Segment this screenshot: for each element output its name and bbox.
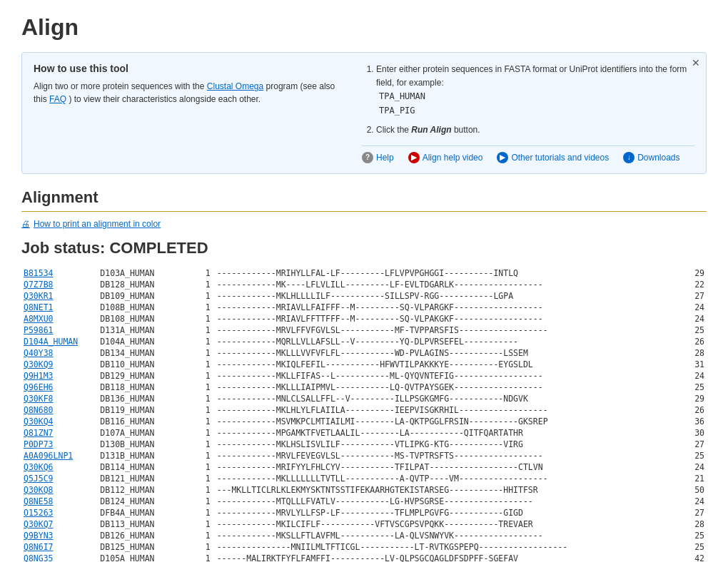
row-end-num: 30 (679, 427, 707, 439)
row-end-num: 24 (679, 496, 707, 507)
table-row: O15263DFB4A_HUMAN1------------MRVLYLLFSP… (21, 507, 707, 518)
row-sequence: ------------MKILCIFLF-----------VFTVSCGP… (215, 518, 679, 530)
row-sequence: ------------MK----LFLVLILL---------LF-EV… (215, 279, 679, 290)
page-title: Align (21, 14, 707, 41)
help-description: Align two or more protein sequences with… (34, 80, 340, 106)
row-sequence: ---------------MNIILMLTFTICGL-----------… (215, 541, 679, 553)
video-icon: ▶ (408, 152, 420, 163)
row-sequence: ------------MKLLFIFAS--L-----------ML-QY… (215, 370, 679, 382)
row-name: DB134_HUMAN (98, 347, 191, 359)
table-row: Q30KQ4DB116_HUMAN1------------MSVMKPCLMT… (21, 416, 707, 427)
row-end-num: 25 (679, 382, 707, 393)
row-id[interactable]: Q8NET1 (21, 302, 98, 313)
row-id[interactable]: Q30KQ6 (21, 461, 98, 473)
help-text-1: Align two or more protein sequences with… (34, 81, 204, 91)
row-name: DB114_HUMAN (98, 461, 191, 473)
row-id[interactable]: A8MXU0 (21, 313, 98, 325)
row-id[interactable]: Q81ZN7 (21, 427, 98, 439)
row-end-num: 42 (679, 553, 707, 562)
row-name: DB112_HUMAN (98, 484, 191, 496)
close-help-button[interactable]: ✕ (692, 57, 700, 68)
row-id[interactable]: Q96EH6 (21, 382, 98, 393)
row-end-num: 28 (679, 347, 707, 359)
row-start-num: 1 (191, 325, 215, 336)
row-end-num: 28 (679, 518, 707, 530)
row-end-num: 25 (679, 541, 707, 553)
row-id[interactable]: Q30KQ8 (21, 484, 98, 496)
row-start-num: 1 (191, 290, 215, 302)
row-start-num: 1 (191, 313, 215, 325)
row-sequence: ------------MKLLLIAIPMVL-----------LQ-QV… (215, 382, 679, 393)
table-row: B81534D103A_HUMAN1------------MRIHYLLFAL… (21, 267, 707, 279)
row-sequence: ------------MKLLLVVFVFLFL-----------WD-P… (215, 347, 679, 359)
row-end-num: 50 (679, 484, 707, 496)
row-id[interactable]: Q30KF8 (21, 393, 98, 404)
table-row: Q96EH6DB118_HUMAN1------------MKLLLIAIPM… (21, 382, 707, 393)
table-row: Q8NG35D105A_HUMAN1------MALIRKTFYFLFAMFF… (21, 553, 707, 562)
row-name: D104A_HUMAN (98, 336, 191, 347)
row-end-num: 26 (679, 404, 707, 416)
row-end-num: 25 (679, 325, 707, 336)
help-box: ✕ How to use this tool Align two or more… (21, 52, 707, 174)
row-name: DB124_HUMAN (98, 496, 191, 507)
row-end-num: 24 (679, 302, 707, 313)
row-start-num: 1 (191, 541, 215, 553)
row-id[interactable]: D104A_HUMAN (21, 336, 98, 347)
downloads-link[interactable]: ↓ Downloads (623, 152, 679, 163)
row-id[interactable]: Q8N6I7 (21, 541, 98, 553)
faq-link[interactable]: FAQ (49, 94, 66, 104)
row-name: DB110_HUMAN (98, 359, 191, 370)
row-id[interactable]: Q30KQ9 (21, 359, 98, 370)
row-id[interactable]: Q9H1M3 (21, 370, 98, 382)
row-id[interactable]: O15263 (21, 507, 98, 518)
row-id[interactable]: Q30KR1 (21, 290, 98, 302)
print-alignment-link[interactable]: 🖨 How to print an alignment in color (21, 219, 707, 229)
row-start-num: 1 (191, 427, 215, 439)
row-id[interactable]: A0A096LNP1 (21, 450, 98, 461)
row-sequence: ------------MKLHLLLLILF-----------SILLSP… (215, 290, 679, 302)
row-id[interactable]: P59861 (21, 325, 98, 336)
table-row: Q30KR1DB109_HUMAN1------------MKLHLLLLIL… (21, 290, 707, 302)
video-link[interactable]: ▶ Align help video (408, 152, 483, 163)
row-end-num: 21 (679, 473, 707, 484)
row-sequence: ------------MKIQLFEFIL-----------HFWVTIL… (215, 359, 679, 370)
row-id[interactable]: B81534 (21, 267, 98, 279)
help-steps: Enter either protein sequences in FASTA … (362, 63, 694, 137)
row-name: DB109_HUMAN (98, 290, 191, 302)
row-name: D130B_HUMAN (98, 439, 191, 450)
row-end-num: 22 (679, 279, 707, 290)
row-id[interactable]: Q8NG35 (21, 553, 98, 562)
help-step-2: Click the Run Align button. (376, 123, 694, 137)
row-sequence: ------MALIRKTFYFLFAMFFI-----------LV-QLP… (215, 553, 679, 562)
row-id[interactable]: Q40Y38 (21, 347, 98, 359)
row-id[interactable]: Q30KQ7 (21, 518, 98, 530)
row-start-num: 1 (191, 347, 215, 359)
row-id[interactable]: Q30KQ4 (21, 416, 98, 427)
row-sequence: ------------MPGAMKTFVETLAALIL--------LA-… (215, 427, 679, 439)
row-id[interactable]: Q5J5C9 (21, 473, 98, 484)
help-title: How to use this tool (34, 63, 340, 74)
row-sequence: ------------MQRLLVLLAFSLL--V---------YQ-… (215, 336, 679, 347)
row-start-num: 1 (191, 302, 215, 313)
help-link[interactable]: ? Help (362, 152, 394, 163)
row-id[interactable]: Q8NE58 (21, 496, 98, 507)
tutorials-link[interactable]: ▶ Other tutorials and videos (497, 152, 609, 163)
alignment-section-title: Alignment (21, 188, 707, 212)
row-id[interactable]: P0DP73 (21, 439, 98, 450)
alignment-table: B81534D103A_HUMAN1------------MRIHYLLFAL… (21, 267, 707, 562)
row-start-num: 1 (191, 267, 215, 279)
table-row: Q40Y38DB134_HUMAN1------------MKLLLVVFVF… (21, 347, 707, 359)
table-row: Q9BYN3DB126_HUMAN1------------MKSLLFTLAV… (21, 530, 707, 541)
row-start-num: 1 (191, 393, 215, 404)
row-id[interactable]: Q8N680 (21, 404, 98, 416)
row-id[interactable]: Q7Z7B8 (21, 279, 98, 290)
row-start-num: 1 (191, 461, 215, 473)
row-end-num: 27 (679, 290, 707, 302)
help-left-panel: How to use this tool Align two or more p… (34, 63, 340, 163)
clustal-link[interactable]: Clustal Omega (207, 81, 263, 91)
row-name: DB113_HUMAN (98, 518, 191, 530)
row-end-num: 31 (679, 359, 707, 370)
row-id[interactable]: Q9BYN3 (21, 530, 98, 541)
row-sequence: ------------MSVMKPCLMTIAILMI--------LA-Q… (215, 416, 679, 427)
row-sequence: ------------MRIAVLLFAIFFF--M---------SQ-… (215, 302, 679, 313)
